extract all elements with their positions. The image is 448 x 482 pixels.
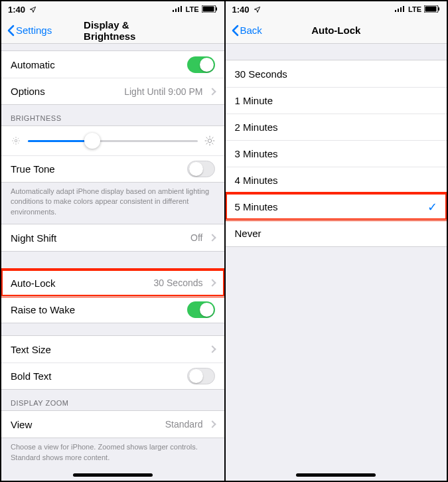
location-icon	[254, 6, 261, 13]
view-label: View	[11, 419, 32, 430]
brightness-header: BRIGHTNESS	[1, 105, 224, 125]
location-icon	[29, 6, 37, 13]
autolock-detail: 30 Seconds	[154, 278, 203, 288]
left-screen: 1:40 LTE Settings Display & Brightness A…	[1, 1, 224, 481]
autolock-option[interactable]: 30 Seconds	[226, 60, 447, 87]
status-time: 1:40	[8, 5, 25, 15]
option-label: 2 Minutes	[235, 121, 278, 133]
chevron-right-icon	[208, 421, 216, 428]
right-screen: 1:40 LTE Back Auto-Lock 30 Seconds1 Minu…	[224, 1, 447, 481]
signal-icon	[395, 5, 406, 13]
battery-icon	[424, 5, 440, 14]
nav-header: Settings Display & Brightness	[1, 17, 224, 44]
brightness-slider-row[interactable]	[1, 126, 224, 155]
svg-rect-25	[395, 10, 396, 12]
nightshift-row[interactable]: Night Shift Off	[1, 224, 224, 251]
home-indicator[interactable]	[296, 473, 376, 477]
boldtext-row[interactable]: Bold Text	[1, 362, 224, 389]
raisetowake-row[interactable]: Raise to Wake	[1, 296, 224, 323]
view-detail: Standard	[165, 419, 203, 430]
nightshift-label: Night Shift	[11, 232, 56, 244]
chevron-right-icon	[208, 234, 216, 242]
boldtext-label: Bold Text	[11, 370, 51, 382]
chevron-right-icon	[208, 88, 216, 95]
page-title: Auto-Lock	[311, 25, 360, 36]
checkmark-icon: ✓	[427, 200, 437, 214]
nightshift-detail: Off	[190, 232, 202, 243]
option-label: Never	[235, 228, 261, 239]
truetone-row[interactable]: True Tone	[1, 155, 224, 182]
brightness-slider[interactable]	[28, 140, 198, 142]
option-label: 1 Minute	[235, 95, 273, 106]
option-label: 5 Minutes	[235, 201, 278, 212]
svg-rect-2	[178, 7, 179, 12]
svg-rect-30	[425, 6, 437, 11]
svg-line-22	[212, 143, 213, 144]
svg-line-24	[212, 137, 213, 139]
battery-icon	[202, 5, 218, 14]
chevron-right-icon	[208, 346, 216, 353]
chevron-left-icon	[231, 25, 239, 37]
slider-fill	[28, 140, 92, 142]
svg-line-14	[13, 143, 14, 143]
home-indicator[interactable]	[73, 473, 153, 477]
svg-line-21	[206, 137, 207, 139]
raisetowake-toggle[interactable]	[187, 301, 215, 318]
svg-line-13	[18, 143, 19, 143]
autolock-option[interactable]: Never	[226, 220, 447, 246]
status-time: 1:40	[232, 5, 250, 15]
automatic-label: Automatic	[11, 59, 55, 70]
view-row[interactable]: View Standard	[1, 411, 224, 438]
svg-rect-27	[400, 7, 402, 12]
svg-rect-1	[175, 9, 177, 12]
displayzoom-footer: Choose a view for iPhone. Zoomed shows l…	[1, 438, 224, 469]
svg-rect-26	[398, 9, 399, 12]
chevron-right-icon	[208, 280, 216, 287]
option-label: 30 Seconds	[235, 68, 287, 80]
svg-rect-28	[403, 6, 404, 12]
signal-icon	[173, 5, 183, 13]
svg-point-7	[15, 139, 17, 142]
status-bar: 1:40 LTE	[226, 1, 447, 17]
back-button[interactable]: Settings	[7, 25, 52, 37]
options-label: Options	[11, 86, 45, 97]
back-label: Settings	[16, 25, 52, 36]
back-button[interactable]: Back	[231, 25, 262, 37]
truetone-footer: Automatically adapt iPhone display based…	[1, 183, 224, 224]
options-detail: Light Until 9:00 PM	[124, 86, 202, 97]
truetone-label: True Tone	[11, 163, 55, 175]
sun-high-icon	[204, 135, 215, 146]
network-label: LTE	[408, 5, 421, 13]
autolock-row[interactable]: Auto-Lock 30 Seconds	[1, 270, 224, 296]
sun-low-icon	[11, 135, 21, 146]
slider-thumb[interactable]	[84, 133, 100, 149]
autolock-option[interactable]: 4 Minutes	[226, 167, 447, 193]
autolock-option[interactable]: 5 Minutes✓	[226, 193, 447, 220]
autolock-option[interactable]: 2 Minutes	[226, 114, 447, 140]
network-label: LTE	[186, 5, 199, 13]
truetone-toggle[interactable]	[187, 161, 215, 177]
autolock-options-list: 30 Seconds1 Minute2 Minutes3 Minutes4 Mi…	[226, 60, 447, 247]
boldtext-toggle[interactable]	[187, 368, 215, 384]
svg-line-15	[18, 138, 19, 139]
chevron-left-icon	[7, 25, 15, 37]
autolock-option[interactable]: 1 Minute	[226, 87, 447, 114]
autolock-option[interactable]: 3 Minutes	[226, 140, 447, 167]
automatic-row[interactable]: Automatic	[1, 51, 224, 78]
page-title: Display & Brightness	[84, 19, 177, 42]
svg-rect-31	[438, 7, 439, 11]
textsize-row[interactable]: Text Size	[1, 336, 224, 362]
svg-rect-0	[173, 10, 174, 12]
svg-rect-3	[181, 6, 182, 12]
svg-rect-5	[202, 6, 214, 11]
nav-header: Back Auto-Lock	[226, 17, 447, 44]
svg-line-12	[13, 138, 14, 139]
option-label: 4 Minutes	[235, 175, 278, 186]
automatic-toggle[interactable]	[187, 56, 215, 73]
svg-rect-6	[216, 7, 217, 11]
options-row[interactable]: Options Light Until 9:00 PM	[1, 78, 224, 104]
svg-point-16	[208, 139, 211, 142]
svg-line-23	[206, 143, 207, 144]
displayzoom-header: DISPLAY ZOOM	[1, 390, 224, 410]
autolock-label: Auto-Lock	[11, 278, 56, 289]
